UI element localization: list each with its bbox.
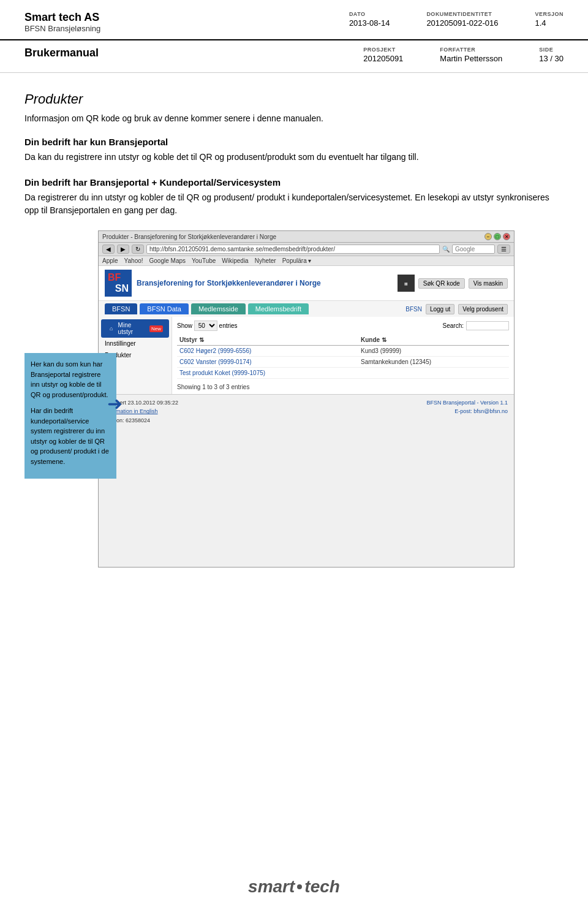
site-body: ⌂ Mine utstyr New Innstillinger Produkte… <box>99 317 514 394</box>
subheader-meta: PROSJEKT 201205091 FORFATTER Martin Pett… <box>363 47 564 64</box>
browser-toolbar: ◀ ▶ ↻ 🔍 ☰ <box>99 243 514 256</box>
col-utstyr: Utstyr ⇅ <box>177 335 358 346</box>
nav-link-bfsn[interactable]: BFSN <box>405 306 422 313</box>
nav-right: BFSN Logg ut Velg produsent <box>405 304 508 314</box>
utstyr-cell[interactable]: Test produkt Koket (9999-1075) <box>177 368 358 379</box>
settings-button[interactable]: ☰ <box>497 245 510 254</box>
dok-id-value: 201205091-022-016 <box>426 18 498 28</box>
table-row: C602 Høger2 (9999-6556) Kund3 (99999) <box>177 346 509 357</box>
block1-heading: Din bedrift har kun Bransjeportal <box>24 137 564 147</box>
website-content: BF SN Bransjeforening for Storkjøkkenlev… <box>99 266 514 428</box>
bookmark-populara[interactable]: Populära ▾ <box>282 257 312 264</box>
utstyr-cell[interactable]: C602 Høger2 (9999-6556) <box>177 346 358 357</box>
refresh-button[interactable]: ↻ <box>132 245 144 254</box>
window-controls: − □ ✕ <box>484 233 510 240</box>
doc-header: Smart tech AS BFSN Bransjeløsning DATO 2… <box>0 0 588 40</box>
nav-tab-medlemsbedrift[interactable]: Medlemsbedrift <box>248 303 309 314</box>
dok-id-group: DOKUMENTIDENTITET 201205091-022-016 <box>426 11 498 28</box>
nav-tab-medlemsside[interactable]: Medlemsside <box>191 303 246 314</box>
side-label: SIDE <box>539 47 564 53</box>
header-meta: DATO 2013-08-14 DOKUMENTIDENTITET 201205… <box>349 11 564 33</box>
forfatter-label: FORFATTER <box>440 47 502 53</box>
nav-tab-bfsn[interactable]: BFSN <box>105 303 137 314</box>
site-main: Show 50 entries Search: Utstyr ⇅ <box>172 317 514 394</box>
velg-produsent-button[interactable]: Velg produsent <box>458 304 508 314</box>
company-sub: BFSN Bransjeløsning <box>24 24 100 33</box>
browser-titlebar: Produkter - Bransjeforening for Storkjøk… <box>99 231 514 243</box>
company-info: Smart tech AS BFSN Bransjeløsning <box>24 11 100 33</box>
bookmark-apple[interactable]: Apple <box>102 257 118 264</box>
bookmark-youtube[interactable]: YouTube <box>192 257 216 264</box>
site-tagline: Bransjeforening for Storkjøkkenleverandø… <box>137 279 321 287</box>
maximize-icon[interactable]: □ <box>494 233 501 240</box>
block2-heading: Din bedrift har Bransjeportal + Kundepor… <box>24 177 564 188</box>
prosjekt-label: PROSJEKT <box>363 47 403 53</box>
kunde-cell: Kund3 (99999) <box>358 346 509 357</box>
forfatter-value: Martin Pettersson <box>440 54 502 63</box>
logo-smart: smart <box>248 877 295 897</box>
forfatter-group: FORFATTER Martin Pettersson <box>440 47 502 64</box>
dok-id-label: DOKUMENTIDENTITET <box>426 11 498 17</box>
site-header-right: ▦ Søk QR kode Vis maskin <box>398 275 508 292</box>
block2-text: Da registrerer du inn utstyr og kobler d… <box>24 191 564 217</box>
dato-label: DATO <box>349 11 390 17</box>
versjon-value: 1.4 <box>535 18 546 28</box>
kunde-cell <box>358 368 509 379</box>
side-value: 13 / 30 <box>539 54 564 63</box>
site-nav: BFSN BFSN Data Medlemsside Medlemsbedrif… <box>99 301 514 317</box>
versjon-label: VERSJON <box>535 11 564 17</box>
table-header-row: Utstyr ⇅ Kunde ⇅ <box>177 335 509 346</box>
show-entries: Show 50 entries <box>177 321 238 331</box>
close-icon[interactable]: ✕ <box>503 233 510 240</box>
prosjekt-group: PROSJEKT 201205091 <box>363 47 403 64</box>
search-input[interactable] <box>466 321 509 330</box>
browser-title: Produkter - Bransjeforening for Storkjøk… <box>102 233 276 240</box>
logo-box: BF SN <box>105 270 132 297</box>
entries-select[interactable]: 50 <box>194 321 217 331</box>
dato-group: DATO 2013-08-14 <box>349 11 390 28</box>
browser-mockup: Produkter - Bransjeforening for Storkjøk… <box>98 230 514 568</box>
utstyr-cell[interactable]: C602 Vanster (9999-0174) <box>177 357 358 368</box>
logo-dot <box>297 884 302 889</box>
callout-text1: Her kan du som kun har Bransjeportal reg… <box>31 359 110 400</box>
site-header: BF SN Bransjeforening for Storkjøkkenlev… <box>99 266 514 301</box>
bfsn-logo: BF SN Bransjeforening for Storkjøkkenlev… <box>105 270 321 297</box>
search-label: 🔍 <box>442 246 450 252</box>
versjon-group: VERSJON 1.4 <box>535 11 564 28</box>
address-bar[interactable] <box>146 245 440 254</box>
sidebar-innstillinger[interactable]: Innstillinger <box>99 338 172 349</box>
footer-right: BFSN Bransjeportal - Version 1.1 E-post:… <box>426 398 508 425</box>
bookmarks-bar: Apple Yahoo! Google Maps YouTube Wikiped… <box>99 256 514 266</box>
home-icon: ⌂ <box>107 324 116 333</box>
bookmark-google-maps[interactable]: Google Maps <box>149 257 186 264</box>
nav-tab-bfsn-data[interactable]: BFSN Data <box>140 303 189 314</box>
bookmark-yahoo[interactable]: Yahoo! <box>124 257 143 264</box>
qr-icon: ▦ <box>398 275 415 292</box>
kunde-cell: Samtankekunden (12345) <box>358 357 509 368</box>
minimize-icon[interactable]: − <box>484 233 492 240</box>
back-button[interactable]: ◀ <box>102 245 115 254</box>
section-title: Produkter <box>24 91 564 107</box>
search-label: Search: <box>443 322 464 329</box>
company-name: Smart tech AS <box>24 11 100 24</box>
side-group: SIDE 13 / 30 <box>539 47 564 64</box>
intro-text: Informasjon om QR kode og bruk av denne … <box>24 113 564 123</box>
table-row: Test produkt Koket (9999-1075) <box>177 368 509 379</box>
datatable-controls: Show 50 entries Search: <box>177 321 509 331</box>
footer-brand: BFSN Bransjeportal - Version 1.1 <box>426 398 508 407</box>
logo-tech: tech <box>304 877 340 897</box>
doc-subheader: Brukermanual PROSJEKT 201205091 FORFATTE… <box>0 40 588 73</box>
logg-ut-button[interactable]: Logg ut <box>426 304 454 314</box>
block1-text: Da kan du registrere inn utstyr og koble… <box>24 151 564 164</box>
bookmark-nyheter[interactable]: Nyheter <box>255 257 276 264</box>
nav-tabs: BFSN BFSN Data Medlemsside Medlemsbedrif… <box>105 303 309 314</box>
new-badge: New <box>149 325 163 332</box>
vis-maskin-button[interactable]: Vis maskin <box>469 278 508 289</box>
forward-button[interactable]: ▶ <box>117 245 129 254</box>
search-box[interactable] <box>452 245 495 254</box>
sok-qr-button[interactable]: Søk QR kode <box>418 278 465 289</box>
bookmark-wikipedia[interactable]: Wikipedia <box>222 257 248 264</box>
doc-type-group: Brukermanual <box>24 47 99 64</box>
sidebar-home[interactable]: ⌂ Mine utstyr New <box>101 319 169 338</box>
footer-logo: smart tech <box>248 877 340 897</box>
